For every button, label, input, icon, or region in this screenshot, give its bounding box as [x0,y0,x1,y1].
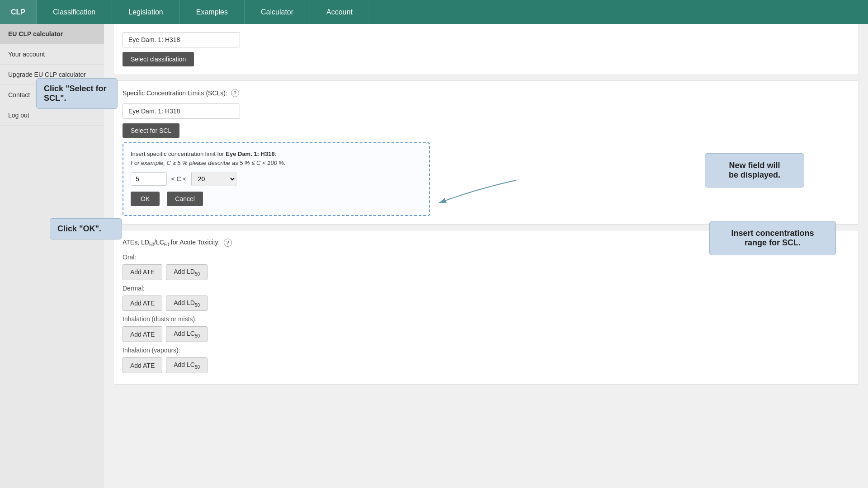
dermal-add-ld50-label: Add LD [174,299,195,306]
inhalation-vapours-buttons: Add ATE Add LC50 [123,357,849,373]
callout-new-field: New field willbe displayed. [705,153,804,188]
scl-input-area: Insert specific concentration limit for … [123,142,430,216]
select-for-scl-button[interactable]: Select for SCL [123,123,179,138]
scl-description: Insert specific concentration limit for … [131,150,422,167]
nav-item-account[interactable]: Account [310,0,369,24]
tooltip-select-scl: Click "Select for SCL". [36,78,118,109]
classification-field-value: Eye Dam. 1: H318 [123,32,240,47]
scl-section-title: Specific Concentration Limits (SCLs): ? [123,89,849,97]
select-classification-button[interactable]: Select classification [123,52,194,66]
scl-action-buttons: OK Cancel [131,192,422,206]
scl-help-icon[interactable]: ? [231,89,239,97]
nav-item-clp[interactable]: CLP [0,0,37,24]
scl-operator: ≤ C < [171,175,187,183]
scl-desc-prefix: Insert specific concentration limit for [131,150,226,157]
inhalation-vapours-lc50-sub: 50 [195,365,200,370]
scl-upper-select[interactable]: 20 25 50 100 [191,172,236,186]
inhalation-dusts-lc50-sub: 50 [195,333,200,338]
scl-cancel-button[interactable]: Cancel [167,192,203,206]
scl-ok-button[interactable]: OK [131,192,160,206]
oral-add-ate-button[interactable]: Add ATE [123,264,162,280]
navbar: CLP Classification Legislation Examples … [0,0,868,24]
sidebar-item-eu-clp-calculator[interactable]: EU CLP calculator [0,24,104,44]
inhalation-dusts-add-lc50-label: Add LC [174,330,195,337]
oral-add-ld50-button[interactable]: Add LD50 [166,264,208,280]
oral-buttons: Add ATE Add LD50 [123,264,849,280]
inhalation-vapours-add-ate-button[interactable]: Add ATE [123,357,162,373]
scl-section-card: Specific Concentration Limits (SCLs): ? … [113,80,859,225]
dermal-ld50-sub: 50 [195,302,200,307]
oral-ld50-sub: 50 [195,272,200,277]
inhalation-vapours-add-lc50-button[interactable]: Add LC50 [166,357,208,373]
scl-desc-suffix: : [275,150,277,157]
ate-help-icon[interactable]: ? [224,239,232,247]
sidebar-item-your-account[interactable]: Your account [0,44,104,65]
scl-example-text: For example, C ≥ 5 % please describe as … [131,160,286,166]
scl-field-value: Eye Dam. 1: H318 [123,103,240,119]
scl-lower-input[interactable] [131,172,167,186]
classification-card: Eye Dam. 1: H318 Select classification [113,24,859,75]
inhalation-dusts-label: Inhalation (dusts or mists): [123,315,849,323]
inhalation-vapours-label: Inhalation (vapours): [123,347,849,354]
inhalation-dusts-add-lc50-button[interactable]: Add LC50 [166,326,208,342]
nav-item-examples[interactable]: Examples [180,0,245,24]
scl-input-row: ≤ C < 20 25 50 100 [131,172,422,186]
callout-insert-concentrations: Insert concentrationsrange for SCL. [709,221,836,255]
oral-add-ld50-label: Add LD [174,268,195,275]
inhalation-dusts-buttons: Add ATE Add LC50 [123,326,849,342]
main-content: Eye Dam. 1: H318 Select classification S… [104,24,868,488]
nav-item-classification[interactable]: Classification [37,0,112,24]
dermal-add-ld50-button[interactable]: Add LD50 [166,296,208,311]
nav-item-calculator[interactable]: Calculator [245,0,310,24]
dermal-label: Dermal: [123,285,849,292]
dermal-buttons: Add ATE Add LD50 [123,296,849,311]
nav-item-legislation[interactable]: Legislation [112,0,180,24]
ate-title-text: ATEs, LD50/LC50 for Acute Toxicity: [123,239,220,247]
dermal-add-ate-button[interactable]: Add ATE [123,296,162,311]
sidebar: EU CLP calculator Your account Upgrade E… [0,24,104,488]
inhalation-vapours-add-lc50-label: Add LC [174,361,195,368]
inhalation-dusts-add-ate-button[interactable]: Add ATE [123,326,162,342]
scl-title-text: Specific Concentration Limits (SCLs): [123,89,227,97]
tooltip-click-ok: Click "OK". [50,218,122,239]
scl-desc-bold: Eye Dam. 1: H318 [226,150,274,157]
